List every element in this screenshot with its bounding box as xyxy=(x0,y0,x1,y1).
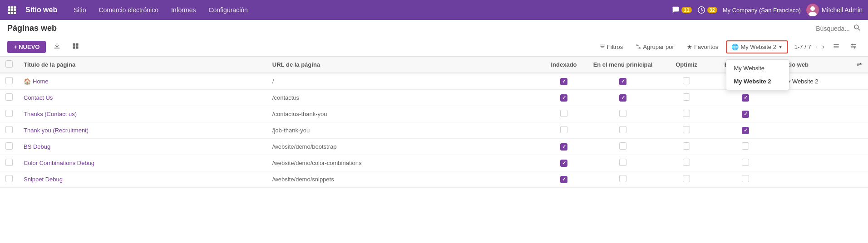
filters-label: Filtros xyxy=(607,44,623,50)
page-title-link[interactable]: 🏠Home xyxy=(24,78,49,85)
col-header-menu[interactable]: En el menú prinicipal xyxy=(587,57,659,73)
svg-rect-5 xyxy=(14,9,16,11)
row-checkbox-2[interactable] xyxy=(5,110,13,117)
indexed-checkbox-4[interactable] xyxy=(560,143,567,151)
optim-checkbox-2[interactable] xyxy=(683,110,690,117)
menu-checkbox-2[interactable] xyxy=(619,110,626,117)
favorites-label: Favoritos xyxy=(694,44,718,50)
columns-adjust-button[interactable] xyxy=(846,40,861,53)
svg-rect-1 xyxy=(11,6,13,9)
menu-checkbox-4[interactable] xyxy=(619,142,626,150)
row-checkbox-4[interactable] xyxy=(5,142,13,150)
row-checkbox-0[interactable] xyxy=(5,77,13,84)
prev-page-button[interactable]: ‹ xyxy=(814,41,820,52)
website-cell xyxy=(777,90,850,106)
clock-badge[interactable]: 32 xyxy=(697,6,717,14)
col-header-url[interactable]: URL de la página xyxy=(267,57,541,73)
svg-rect-0 xyxy=(8,6,10,9)
published-checkbox-1[interactable] xyxy=(742,94,749,102)
page-url: /website/demo/color-combinations xyxy=(267,155,541,171)
indexed-checkbox-3[interactable] xyxy=(560,126,567,133)
download-button[interactable] xyxy=(49,40,64,53)
row-checkbox-3[interactable] xyxy=(5,126,13,133)
table-row: Thank you (Recruitment)/job-thank-you xyxy=(0,122,868,139)
select-all-checkbox[interactable] xyxy=(5,60,13,68)
row-checkbox-5[interactable] xyxy=(5,159,13,166)
published-checkbox-5[interactable] xyxy=(742,159,749,166)
user-menu[interactable]: Mitchell Admin xyxy=(806,4,863,16)
row-checkbox-1[interactable] xyxy=(5,93,13,101)
page-title: Páginas web xyxy=(7,24,816,33)
indexed-checkbox-0[interactable] xyxy=(560,78,567,85)
nav-informes[interactable]: Informes xyxy=(166,4,201,16)
menu-checkbox-6[interactable] xyxy=(619,175,626,182)
published-checkbox-3[interactable] xyxy=(742,127,749,134)
optim-checkbox-6[interactable] xyxy=(683,175,690,182)
indexed-checkbox-6[interactable] xyxy=(560,176,567,183)
dropdown-item-website2[interactable]: My Website 2 xyxy=(726,75,789,88)
svg-rect-4 xyxy=(11,9,13,11)
clock-count: 32 xyxy=(707,7,717,13)
pagination-buttons: ‹ › xyxy=(814,41,826,52)
nav-configuracion[interactable]: Configuración xyxy=(203,4,253,16)
svg-rect-8 xyxy=(14,12,16,14)
company-name[interactable]: My Company (San Francisco) xyxy=(723,7,801,14)
home-icon: 🏠 xyxy=(24,78,31,85)
optim-checkbox-5[interactable] xyxy=(683,159,690,166)
svg-rect-3 xyxy=(8,9,10,11)
optim-checkbox-1[interactable] xyxy=(683,93,690,101)
col-header-indexed[interactable]: Indexado xyxy=(541,57,587,73)
filters-button[interactable]: Filtros xyxy=(595,41,628,53)
favorites-button[interactable]: ★ Favoritos xyxy=(682,41,723,53)
next-page-button[interactable]: › xyxy=(820,41,826,52)
website-filter-button[interactable]: 🌐 My Website 2 ▼ xyxy=(726,40,788,53)
search-icon[interactable] xyxy=(853,24,861,33)
col-header-title[interactable]: Título de la página xyxy=(18,57,267,73)
row-checkbox-6[interactable] xyxy=(5,175,13,182)
col-header-optim[interactable]: Optimiz xyxy=(659,57,714,73)
published-checkbox-4[interactable] xyxy=(742,142,749,150)
menu-checkbox-1[interactable] xyxy=(619,94,626,102)
col-header-adjust[interactable]: ⇌ xyxy=(850,57,868,73)
published-checkbox-2[interactable] xyxy=(742,111,749,118)
page-title-link[interactable]: Thanks (Contact us) xyxy=(24,111,77,117)
website-cell xyxy=(777,171,850,188)
optim-checkbox-3[interactable] xyxy=(683,126,690,133)
list-view-button[interactable] xyxy=(829,40,843,53)
page-url: /contactus xyxy=(267,90,541,106)
new-button[interactable]: + NUEVO xyxy=(7,41,46,53)
optim-checkbox-4[interactable] xyxy=(683,142,690,150)
indexed-checkbox-5[interactable] xyxy=(560,160,567,167)
toolbar-right: Filtros Agrupar por ★ Favoritos 🌐 My Web… xyxy=(595,40,861,53)
toolbar: + NUEVO Filtros Agrupar por ★ Favoritos … xyxy=(0,37,868,57)
nav-sitio[interactable]: Sitio xyxy=(68,4,91,16)
page-title-link[interactable]: Thank you (Recruitment) xyxy=(24,127,89,134)
optim-checkbox-0[interactable] xyxy=(683,77,690,84)
website-cell xyxy=(777,139,850,155)
menu-checkbox-0[interactable] xyxy=(619,78,626,85)
indexed-checkbox-1[interactable] xyxy=(560,94,567,102)
messages-badge[interactable]: 11 xyxy=(671,6,691,14)
page-title-link[interactable]: Snippet Debug xyxy=(24,176,63,183)
menu-checkbox-3[interactable] xyxy=(619,126,626,133)
select-all-header[interactable] xyxy=(0,57,18,73)
svg-point-20 xyxy=(639,48,641,49)
page-title-link[interactable]: BS Debug xyxy=(24,143,50,150)
grid-view-button[interactable] xyxy=(68,40,83,53)
svg-rect-16 xyxy=(76,44,79,46)
page-title-link[interactable]: Contact Us xyxy=(24,94,53,101)
nav-ecommerce[interactable]: Comercio electrónico xyxy=(93,4,164,16)
published-checkbox-6[interactable] xyxy=(742,175,749,182)
menu-checkbox-5[interactable] xyxy=(619,159,626,166)
topbar: Sitio web Sitio Comercio electrónico Inf… xyxy=(0,0,868,20)
grid-menu-icon[interactable] xyxy=(5,4,18,16)
pagination-info: 1-7 / 7 xyxy=(794,44,811,50)
search-placeholder[interactable]: Búsqueda... xyxy=(816,25,850,32)
indexed-checkbox-2[interactable] xyxy=(560,110,567,117)
page-url: /website/demo/bootstrap xyxy=(267,139,541,155)
chevron-down-icon: ▼ xyxy=(778,44,783,49)
svg-point-19 xyxy=(636,45,638,46)
group-by-button[interactable]: Agrupar por xyxy=(631,41,679,53)
page-title-link[interactable]: Color Combinations Debug xyxy=(24,160,94,166)
dropdown-item-website1[interactable]: My Website xyxy=(726,62,789,75)
